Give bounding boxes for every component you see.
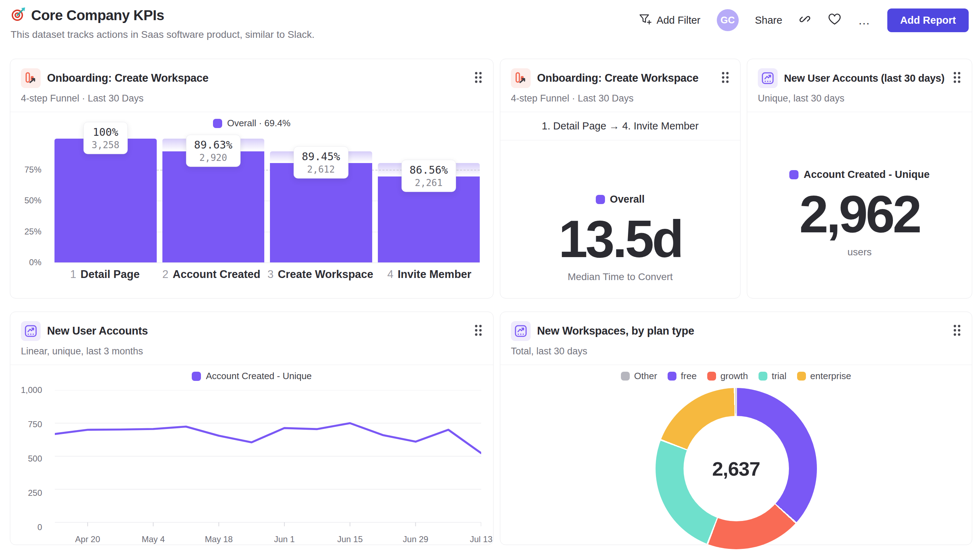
drag-handle-icon[interactable] [474, 324, 482, 338]
legend-chip [596, 195, 605, 204]
legend-chip [789, 170, 799, 179]
funnel-value-label: 100%3,258 [83, 122, 127, 154]
more-options-button[interactable]: … [858, 13, 871, 27]
y-tick-label: 500 [28, 454, 42, 464]
legend-label: free [681, 371, 697, 382]
legend-item[interactable]: enterprise [797, 371, 851, 382]
funnel-bar[interactable]: 100%3,258 [54, 139, 157, 262]
funnel-step-name: 3Create Workspace [267, 268, 373, 281]
card-title: Onboarding: Create Workspace [47, 72, 470, 84]
median-time-value: 13.5d [558, 211, 682, 266]
legend-chip [759, 372, 767, 381]
user-avatar[interactable]: GC [717, 9, 739, 31]
y-tick-label: 0% [29, 257, 41, 267]
funnel-step-name: 1Detail Page [54, 268, 155, 281]
insights-report-icon [511, 321, 531, 341]
funnel-step-name: 2Account Created [161, 268, 262, 281]
card-subtitle: 4-step Funnel · Last 30 Days [511, 93, 730, 104]
link-icon [799, 13, 811, 28]
legend-label: Other [634, 371, 657, 382]
new-users-trend-card: New User Accounts Linear, unique, last 3… [10, 311, 493, 545]
filter-plus-icon [638, 13, 652, 28]
x-tick-label: May 18 [205, 534, 233, 544]
card-title: Onboarding: Create Workspace [537, 72, 717, 84]
card-subtitle: Total, last 30 days [511, 346, 961, 357]
metric-caption: users [847, 246, 872, 258]
line-y-axis: 1,0007505002500 [20, 390, 48, 527]
legend-label: enterprise [810, 371, 851, 382]
donut-total-value: 2,637 [712, 457, 760, 480]
new-users-30d-card: New User Accounts (last 30 days) Unique,… [747, 59, 972, 299]
donut-center: 2,637 [684, 416, 789, 521]
x-tick-label: Jun 29 [403, 534, 428, 544]
new-users-value: 2,962 [799, 187, 920, 241]
funnel-bar-fill [54, 139, 157, 262]
donut-chart[interactable]: 2,637 [655, 388, 817, 549]
drag-handle-icon[interactable] [474, 71, 482, 85]
insights-report-icon [21, 321, 41, 341]
metric-legend[interactable]: Account Created - Unique [789, 169, 929, 180]
target-emoji-icon [11, 7, 25, 23]
drag-handle-icon[interactable] [953, 324, 961, 338]
x-tick-label: May 4 [142, 534, 164, 544]
legend-chip [707, 372, 716, 381]
y-tick-label: 50% [24, 195, 41, 205]
funnel-value-label: 86.56%2,261 [402, 160, 456, 192]
legend-chip [621, 372, 630, 381]
y-tick-label: 0 [38, 522, 42, 532]
drag-handle-icon[interactable] [721, 71, 730, 85]
y-tick-label: 25% [24, 227, 41, 237]
funnel-card: Onboarding: Create Workspace 4-step Funn… [10, 59, 493, 299]
legend-item[interactable]: growth [707, 371, 748, 382]
page-header: Core Company KPIs This dataset tracks ac… [11, 7, 315, 40]
copy-link-button[interactable] [799, 13, 811, 28]
legend-item[interactable]: trial [759, 371, 786, 382]
add-report-button[interactable]: Add Report [887, 8, 969, 32]
x-tick-label: Jun 15 [337, 534, 363, 544]
workspaces-card: New Workspaces, by plan type Total, last… [500, 311, 972, 545]
insights-report-icon [758, 68, 778, 88]
legend-label: trial [772, 371, 786, 382]
add-filter-button[interactable]: Add Filter [638, 13, 700, 28]
gridline [54, 262, 480, 263]
metric-caption: Median Time to Convert [568, 271, 673, 283]
legend-chip [797, 372, 806, 381]
funnel-legend[interactable]: Overall · 69.4% [10, 112, 493, 131]
card-title: New Workspaces, by plan type [537, 325, 948, 337]
dashboard-page: Core Company KPIs This dataset tracks ac… [0, 0, 980, 551]
funnel-bar[interactable]: 86.56%2,261 [378, 139, 480, 262]
favorite-button[interactable] [827, 13, 842, 28]
funnel-bar[interactable]: 89.45%2,612 [270, 139, 372, 262]
legend-chip [213, 119, 222, 128]
legend-label: growth [720, 371, 748, 382]
page-subtitle: This dataset tracks actions in Saas soft… [11, 29, 315, 40]
time-to-convert-card: Onboarding: Create Workspace 4-step Funn… [500, 59, 740, 299]
funnel-value-label: 89.63%2,920 [186, 135, 240, 167]
funnel-step-name: 4Invite Member [379, 268, 480, 281]
x-tick-label: Jun 1 [274, 534, 295, 544]
funnel-step-labels: 1Detail Page2Account Created3Create Work… [54, 268, 480, 281]
funnel-range-label: 1. Detail Page → 4. Invite Member [500, 112, 740, 140]
funnel-bar[interactable]: 89.63%2,920 [162, 139, 265, 262]
line-chart[interactable] [55, 390, 481, 527]
y-tick-label: 250 [28, 488, 42, 498]
page-title: Core Company KPIs [31, 8, 164, 23]
legend-chip [668, 372, 676, 381]
card-subtitle: 4-step Funnel · Last 30 Days [21, 93, 482, 104]
funnel-report-icon [21, 68, 41, 88]
legend-item[interactable]: Other [621, 371, 657, 382]
drag-handle-icon[interactable] [953, 71, 961, 85]
funnel-value-label: 89.45%2,612 [294, 146, 348, 179]
y-tick-label: 75% [24, 165, 41, 175]
x-tick-label: Jul 13 [470, 534, 493, 544]
y-tick-label: 750 [28, 419, 42, 429]
heart-icon [827, 13, 842, 28]
legend-item[interactable]: free [668, 371, 697, 382]
line-x-axis: Apr 20May 4May 18Jun 1Jun 15Jun 29Jul 13 [55, 534, 481, 547]
funnel-bar-fill [162, 151, 265, 262]
funnel-plot[interactable]: 100%3,25889.63%2,92089.45%2,61286.56%2,2… [54, 139, 480, 262]
funnel-y-axis: 75%50%25%0% [21, 139, 46, 262]
line-legend[interactable]: Account Created - Unique [10, 365, 493, 384]
metric-legend[interactable]: Overall [596, 194, 644, 205]
share-button[interactable]: Share [755, 14, 782, 26]
